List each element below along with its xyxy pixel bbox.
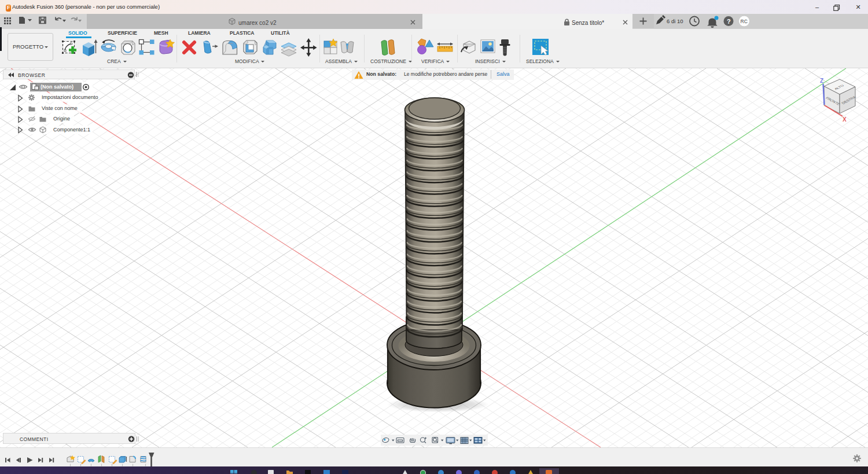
svg-text:X: X: [843, 116, 847, 123]
svg-text:umarex co2 v2: umarex co2 v2: [238, 20, 277, 26]
svg-text:Z: Z: [820, 78, 823, 84]
svg-text:RC: RC: [741, 19, 748, 24]
svg-text:?: ?: [727, 18, 731, 25]
svg-text:BROWSER: BROWSER: [18, 72, 45, 78]
svg-text:Senza titolo*: Senza titolo*: [572, 20, 604, 26]
svg-text:COMMENTI: COMMENTI: [20, 436, 48, 442]
svg-text:6 di 10: 6 di 10: [667, 18, 683, 24]
